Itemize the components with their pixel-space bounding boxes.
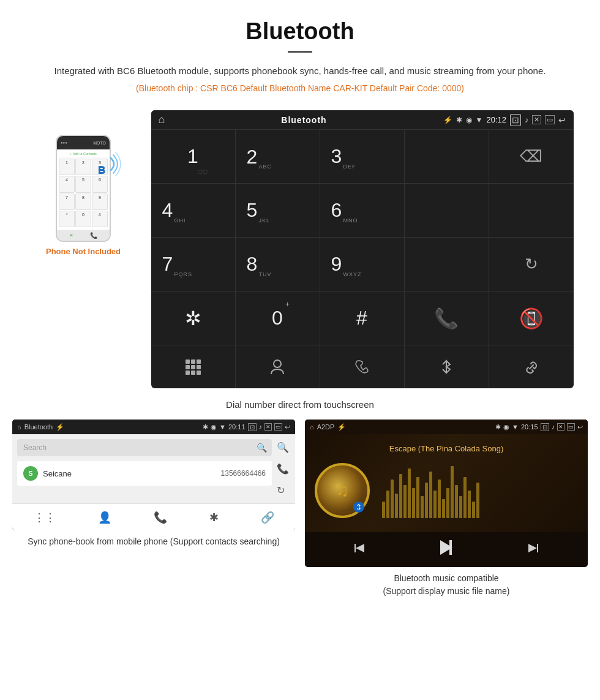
title-divider <box>288 51 312 53</box>
close-icon: ✕ <box>532 115 541 124</box>
dial-key-1[interactable]: 1 ◌◌ <box>151 130 236 184</box>
pb-location-icon: ◉ <box>211 423 217 431</box>
dial-refresh[interactable]: ↻ <box>489 238 574 292</box>
volume-icon: ♪ <box>525 115 529 124</box>
dial-key-7[interactable]: 7 PQRS <box>151 238 236 292</box>
phone-container: ʙ ●●● MOTO + Add to Cont <box>27 110 140 256</box>
statusbar-right: ⚡ ✱ ◉ ▼ 20:12 ⊡ ♪ ✕ ▭ ↩ <box>443 114 566 126</box>
pb-side-refresh-icon[interactable]: ↻ <box>277 484 289 496</box>
dial-key-4[interactable]: 4 GHI <box>151 184 236 238</box>
dial-statusbar: ⌂ Bluetooth ⚡ ✱ ◉ ▼ 20:12 ⊡ ♪ ✕ ▭ ↩ <box>151 110 574 130</box>
home-icon: ⌂ <box>159 113 165 126</box>
pb-nav-phone[interactable]: 📞 <box>154 511 167 524</box>
pb-close-icon: ✕ <box>264 423 272 431</box>
pb-bottom-nav: ⋮⋮ 👤 📞 ✱ 🔗 <box>12 503 295 530</box>
person-icon <box>269 358 286 375</box>
pb-nav-contacts[interactable]: 👤 <box>98 511 111 524</box>
pb-side-search-icon[interactable]: 🔍 <box>277 442 289 453</box>
bluetooth-waves-icon: ʙ <box>97 152 122 186</box>
contact-number: 13566664466 <box>221 469 266 478</box>
pb-side-icons: 🔍 📞 ↻ <box>276 439 290 499</box>
phone-illustration: ●●● MOTO + Add to Contacts 1 2 3 4 5 <box>56 135 111 242</box>
next-track-button[interactable] <box>526 541 541 559</box>
main-content: ʙ ●●● MOTO + Add to Cont <box>0 110 600 604</box>
svg-marker-15 <box>537 544 538 552</box>
pb-nav-bt[interactable]: ✱ <box>209 511 219 524</box>
pb-nav-link[interactable]: 🔗 <box>261 511 274 524</box>
dial-backspace[interactable]: ⌫ <box>489 130 574 184</box>
svg-rect-4 <box>186 365 190 369</box>
back-icon: ↩ <box>558 115 566 125</box>
music-caption: Bluetooth music compatible(Support displ… <box>383 572 510 598</box>
dial-key-8[interactable]: 8 TUV <box>236 238 320 292</box>
phone-key-star: * <box>59 211 75 227</box>
prev-track-button[interactable] <box>352 541 367 559</box>
phone-key-8: 8 <box>75 194 91 210</box>
svg-marker-12 <box>356 544 364 552</box>
svg-text:ʙ: ʙ <box>97 162 105 177</box>
pb-side-phone-icon[interactable]: 📞 <box>277 463 289 475</box>
nav-contacts[interactable] <box>236 345 320 388</box>
bluetooth-status-icon: ✱ <box>456 116 462 124</box>
dial-key-3[interactable]: 3 DEF <box>320 130 405 184</box>
phone-key-5: 5 <box>75 176 91 192</box>
music-statusbar-left: ⌂ A2DP ⚡ <box>310 423 346 431</box>
pb-nav-grid[interactable]: ⋮⋮ <box>34 511 56 524</box>
dial-key-6[interactable]: 6 MNO <box>320 184 405 238</box>
camera-icon: ⊡ <box>510 114 521 126</box>
music-statusbar-right: ✱ ◉ ▼ 20:15 ⊡ ♪ ✕ ▭ ↩ <box>495 423 583 431</box>
play-pause-button[interactable] <box>437 538 456 561</box>
svg-rect-2 <box>191 359 195 364</box>
dial-key-star[interactable]: ✲ <box>151 292 236 345</box>
dial-key-2[interactable]: 2 ABC <box>236 130 320 184</box>
location-icon: ◉ <box>466 116 472 124</box>
nav-link[interactable] <box>489 345 574 388</box>
statusbar-app-name: Bluetooth <box>281 115 326 125</box>
music-win-icon: ▭ <box>567 423 575 431</box>
dial-key-9[interactable]: 9 WXYZ <box>320 238 405 292</box>
music-usb-icon: ⚡ <box>337 423 346 431</box>
pb-search-bar[interactable]: Search 🔍 <box>17 439 272 456</box>
dial-key-hash[interactable]: # <box>320 292 405 345</box>
contact-list-item[interactable]: S Seicane 13566664466 <box>17 461 272 486</box>
svg-marker-11 <box>354 544 356 552</box>
statusbar-time: 20:12 <box>486 115 506 124</box>
pb-time: 20:11 <box>228 423 246 431</box>
svg-rect-14 <box>449 540 452 555</box>
phone-key-0: 0 <box>75 211 91 227</box>
dial-call-red[interactable]: 📵 <box>489 292 574 345</box>
bottom-row: ⌂ Bluetooth ⚡ ✱ ◉ ▼ 20:11 ⊡ ♪ ✕ ▭ ↩ <box>12 420 588 598</box>
dial-key-5[interactable]: 5 JKL <box>236 184 320 238</box>
phone-key-1: 1 <box>59 159 75 175</box>
phone-end-btn: ✕ <box>69 233 73 238</box>
dial-empty-1 <box>405 130 489 184</box>
nav-phone[interactable] <box>320 345 405 388</box>
dial-key-0[interactable]: 0 + <box>236 292 320 345</box>
phonebook-screen: ⌂ Bluetooth ⚡ ✱ ◉ ▼ 20:11 ⊡ ♪ ✕ ▭ ↩ <box>12 420 295 530</box>
music-signal-icon: ▼ <box>512 423 519 431</box>
phone-not-included-label: Phone Not Included <box>46 247 121 256</box>
window-icon: ▭ <box>545 115 555 124</box>
svg-rect-9 <box>197 371 201 375</box>
svg-rect-3 <box>197 359 201 364</box>
phone-top-bar: ●●● MOTO <box>57 136 110 149</box>
dial-empty-3 <box>489 184 574 238</box>
dial-call-green[interactable]: 📞 <box>405 292 489 345</box>
phone-nav-icon <box>354 359 369 374</box>
nav-dialpad[interactable] <box>151 345 236 388</box>
pb-statusbar: ⌂ Bluetooth ⚡ ✱ ◉ ▼ 20:11 ⊡ ♪ ✕ ▭ ↩ <box>12 420 295 434</box>
page-header: Bluetooth Integrated with BC6 Bluetooth … <box>0 0 600 110</box>
music-album-art: ♫ <box>315 463 370 518</box>
phone-bottom-bar: ✕ 📞 <box>57 230 110 241</box>
signal-icon: ▼ <box>476 116 483 124</box>
music-screenshot: ⌂ A2DP ⚡ ✱ ◉ ▼ 20:15 ⊡ ♪ ✕ ▭ ↩ <box>305 420 588 598</box>
phone-key-4: 4 <box>59 176 75 192</box>
nav-bluetooth[interactable] <box>405 345 489 388</box>
svg-point-10 <box>274 360 281 367</box>
music-time: 20:15 <box>521 423 538 431</box>
music-app-name: A2DP <box>317 423 335 431</box>
music-visualizer <box>382 463 578 518</box>
pb-statusbar-right: ✱ ◉ ▼ 20:11 ⊡ ♪ ✕ ▭ ↩ <box>203 423 290 431</box>
svg-rect-7 <box>186 371 190 375</box>
phone-key-9: 9 <box>92 194 108 210</box>
